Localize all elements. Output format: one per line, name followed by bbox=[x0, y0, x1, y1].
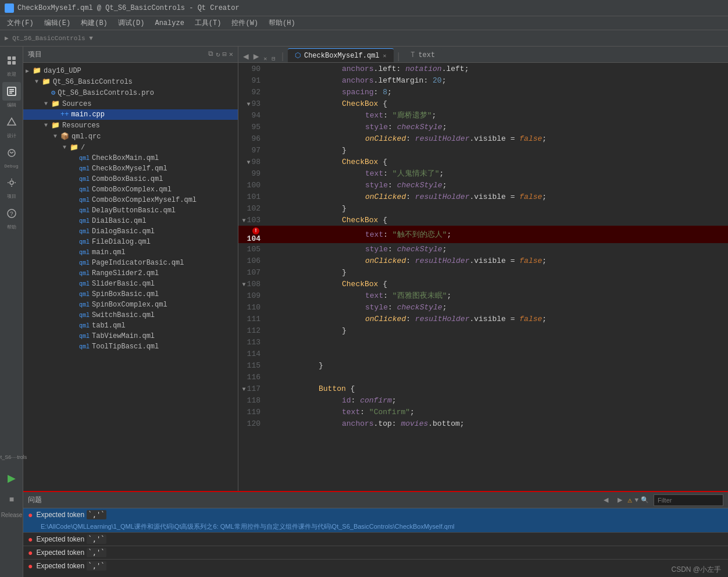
stop-button[interactable]: ■ bbox=[3, 491, 20, 507]
tree-item-page-indicator[interactable]: ▶ qml PageIndicatorBasic.qml bbox=[23, 258, 238, 268]
tree-item-slider-basic[interactable]: ▶ qml SliderBasic.qml bbox=[23, 279, 238, 289]
problem-item-2[interactable]: ● Expected token `,'` bbox=[23, 546, 728, 559]
problems-next-btn[interactable]: ▶ bbox=[614, 495, 626, 505]
tree-item-checkbox-myself[interactable]: ▶ qml CheckBoxMyself.qml bbox=[23, 163, 238, 174]
code-line-103[interactable]: CheckBox { bbox=[267, 214, 728, 226]
code-line-119[interactable]: text: "Confirm"; bbox=[267, 406, 728, 418]
label-day16: day16_UDP bbox=[44, 67, 81, 75]
code-line-94[interactable]: text: "廊桥遗梦"; bbox=[267, 109, 728, 121]
code-line-90[interactable]: anchors.left: notation.left; bbox=[267, 63, 728, 74]
tree-item-spinbox-complex[interactable]: ▶ qml SpinBoxComplex.qml bbox=[23, 300, 238, 310]
problem-item-0[interactable]: ● Expected token `,'` bbox=[23, 508, 728, 521]
problems-prev-btn[interactable]: ◀ bbox=[600, 495, 612, 505]
tree-item-combobox-complex-myself[interactable]: ▶ qml ComboBoxComplexMyself.qml bbox=[23, 195, 238, 205]
menu-controls[interactable]: 控件(W) bbox=[227, 17, 263, 29]
tree-item-qrc[interactable]: ▼ 📦 qml.qrc bbox=[23, 131, 238, 142]
tree-item-day16[interactable]: ▶ 📁 day16_UDP bbox=[23, 65, 238, 76]
tree-item-combobox-complex[interactable]: ▶ qml ComboBoxComplex.qml bbox=[23, 184, 238, 195]
code-line-108[interactable]: CheckBox { bbox=[267, 278, 728, 290]
code-line-112[interactable]: } bbox=[267, 325, 728, 336]
tree-item-delay-button[interactable]: ▶ qml DelayButtonBasic.qml bbox=[23, 205, 238, 216]
arrow-qt-s6: ▼ bbox=[35, 79, 42, 85]
problem-item-1[interactable]: ● Expected token `,'` bbox=[23, 533, 728, 546]
code-line-91[interactable]: anchors.leftMargin: 20; bbox=[267, 74, 728, 86]
menu-help[interactable]: 帮助(H) bbox=[264, 17, 300, 29]
menu-file[interactable]: 文件(F) bbox=[2, 17, 38, 29]
sidebar-help-btn[interactable]: ? bbox=[2, 204, 21, 223]
panel-filter-icon[interactable]: ⧉ bbox=[208, 50, 213, 59]
tree-item-tabview-main[interactable]: ▶ qml TabViewMain.qml bbox=[23, 331, 238, 341]
tree-item-combobox-basic[interactable]: ▶ qml ComboBoxBasic.qml bbox=[23, 174, 238, 184]
tree-item-dialog-basic[interactable]: ▶ qml DialogBasic.qml bbox=[23, 226, 238, 237]
code-line-110[interactable]: style: checkStyle; bbox=[267, 301, 728, 313]
tree-item-switch-basic[interactable]: ▶ qml SwitchBasic.qml bbox=[23, 310, 238, 320]
code-line-107[interactable]: } bbox=[267, 266, 728, 278]
code-line-97[interactable]: } bbox=[267, 144, 728, 156]
code-line-111[interactable]: onClicked: resultHolder.visible = false; bbox=[267, 313, 728, 325]
sidebar-debug-btn[interactable] bbox=[2, 144, 21, 162]
tree-item-sources[interactable]: ▼ 📁 Sources bbox=[23, 98, 238, 109]
code-line-117[interactable]: Button { bbox=[267, 383, 728, 394]
tree-item-tooltip-basic[interactable]: ▶ qml ToolTipBasci.qml bbox=[23, 341, 238, 352]
sidebar-welcome-btn[interactable] bbox=[2, 51, 21, 70]
menu-edit[interactable]: 编辑(E) bbox=[40, 17, 76, 29]
code-line-100[interactable]: style: checkStyle; bbox=[267, 179, 728, 191]
tree-item-resources[interactable]: ▼ 📁 Resources bbox=[23, 120, 238, 131]
tree-item-qt-s6[interactable]: ▼ 📁 Qt_S6_BasicControls bbox=[23, 76, 238, 87]
menu-debug[interactable]: 调试(D) bbox=[113, 17, 149, 29]
menu-tools[interactable]: 工具(T) bbox=[190, 17, 226, 29]
tree-item-file-dialog[interactable]: ▶ qml FileDialog.qml bbox=[23, 237, 238, 247]
tree-item-main-qml[interactable]: ▶ qml main.qml bbox=[23, 247, 238, 258]
code-line-96[interactable]: onClicked: resultHolder.visible = false; bbox=[267, 133, 728, 144]
tab-close-all[interactable]: ✕ bbox=[261, 55, 269, 62]
code-line-109[interactable]: text: "西雅图夜未眠"; bbox=[267, 290, 728, 301]
label-pro: Qt_S6_BasicControls.pro bbox=[58, 89, 154, 97]
tree-item-spinbox-basic[interactable]: ▶ qml SpinBoxBasic.qml bbox=[23, 289, 238, 300]
qml-icon-11: qml bbox=[79, 270, 90, 277]
code-line-93[interactable]: CheckBox { bbox=[267, 98, 728, 109]
code-line-113[interactable] bbox=[267, 336, 728, 348]
label-qt-s6: Qt_S6_BasicControls bbox=[53, 78, 133, 86]
code-line-98[interactable]: CheckBox { bbox=[267, 156, 728, 168]
tree-item-tab1[interactable]: ▶ qml tab1.qml bbox=[23, 320, 238, 331]
tree-item-main-cpp[interactable]: ▶ ++ main.cpp bbox=[23, 109, 238, 120]
code-line-95[interactable]: style: checkStyle; bbox=[267, 121, 728, 133]
tab-nav-forward[interactable]: ▶ bbox=[251, 51, 262, 62]
code-line-104[interactable]: text: "触不到的恋人"; bbox=[267, 226, 728, 243]
code-line-120[interactable]: anchors.top: movies.bottom; bbox=[267, 418, 728, 429]
tab-checkbox-myself[interactable]: ⬡ CheckBoxMyself.qml ✕ bbox=[288, 48, 394, 62]
tab-nav-back[interactable]: ◀ bbox=[241, 51, 251, 62]
menu-analyze[interactable]: Analyze bbox=[150, 18, 188, 29]
problems-search-icon: 🔍 bbox=[641, 496, 649, 504]
code-line-115[interactable]: } bbox=[267, 359, 728, 371]
app-icon bbox=[5, 3, 14, 13]
tab-text[interactable]: T text bbox=[404, 48, 442, 62]
code-line-118[interactable]: id: confirm; bbox=[267, 394, 728, 406]
code-line-106[interactable]: onClicked: resultHolder.visible = false; bbox=[267, 255, 728, 266]
sidebar-project-btn[interactable] bbox=[2, 173, 21, 192]
code-line-116[interactable] bbox=[267, 371, 728, 383]
panel-sync-icon[interactable]: ↻ bbox=[216, 50, 220, 59]
code-line-92[interactable]: spacing: 8; bbox=[267, 86, 728, 98]
line-num-99: 99 bbox=[238, 168, 267, 179]
tab-checkbox-myself-close[interactable]: ✕ bbox=[383, 52, 387, 59]
code-line-105[interactable]: style: checkStyle; bbox=[267, 243, 728, 255]
menu-build[interactable]: 构建(B) bbox=[76, 17, 112, 29]
panel-collapse-icon[interactable]: ⊟ bbox=[223, 50, 227, 59]
tree-item-pro[interactable]: ▶ ⚙ Qt_S6_BasicControls.pro bbox=[23, 87, 238, 98]
tree-item-dial-basic[interactable]: ▶ qml DialBasic.qml bbox=[23, 216, 238, 226]
run-button[interactable]: ▶ bbox=[3, 470, 20, 486]
code-line-114[interactable] bbox=[267, 348, 728, 359]
sidebar-design-btn[interactable] bbox=[2, 113, 21, 131]
tab-split[interactable]: ⊟ bbox=[269, 55, 277, 62]
tree-item-checkbox-main[interactable]: ▶ qml CheckBoxMain.qml bbox=[23, 153, 238, 163]
problems-filter-input[interactable] bbox=[654, 494, 723, 506]
tree-item-slash[interactable]: ▼ 📁 / bbox=[23, 142, 238, 153]
sidebar-edit-btn[interactable] bbox=[2, 82, 21, 101]
panel-close-icon[interactable]: ✕ bbox=[229, 50, 233, 59]
tree-item-range-slider[interactable]: ▶ qml RangeSlider2.qml bbox=[23, 268, 238, 279]
code-line-101[interactable]: onClicked: resultHolder.visible = false; bbox=[267, 191, 728, 202]
code-line-99[interactable]: text: "人鬼情未了"; bbox=[267, 168, 728, 179]
problem-item-3[interactable]: ● Expected token `,'` bbox=[23, 560, 728, 572]
code-line-102[interactable]: } bbox=[267, 202, 728, 214]
